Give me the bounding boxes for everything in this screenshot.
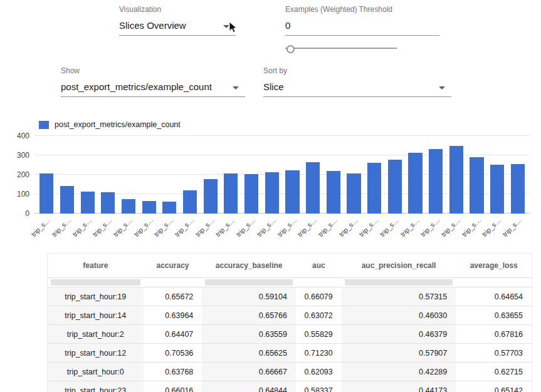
bar[interactable] xyxy=(122,199,135,214)
sort-by-value: Slice xyxy=(263,81,284,92)
slider-thumb[interactable] xyxy=(286,45,295,53)
feature-cell: trip_start_hour:12 xyxy=(48,344,144,362)
metric-cell: 0.58337 xyxy=(296,381,342,392)
bar[interactable] xyxy=(367,163,381,214)
show-dropdown[interactable]: post_export_metrics/example_count xyxy=(61,79,245,97)
bar[interactable] xyxy=(224,173,238,214)
feature-cell: trip_start_hour:23 xyxy=(48,381,144,392)
bar-column: trip_s… xyxy=(180,136,201,214)
bar[interactable] xyxy=(244,174,258,214)
bar[interactable] xyxy=(306,162,320,214)
y-tick-label: 300 xyxy=(2,151,29,160)
column-header-accuracy[interactable]: accuracy xyxy=(144,254,202,277)
column-header-auc_precision_recall[interactable]: auc_precision_recall xyxy=(342,254,456,277)
chevron-down-icon[interactable] xyxy=(233,86,239,90)
metric-cell: 0.46379 xyxy=(342,325,456,343)
visualization-dropdown[interactable]: Slices Overview xyxy=(119,18,236,36)
bar[interactable] xyxy=(511,164,525,214)
column-header-accuracy_baseline[interactable]: accuracy_baseline xyxy=(202,254,296,277)
metric-cell: 0.66667 xyxy=(202,363,296,381)
sort-by-dropdown[interactable]: Slice xyxy=(263,79,451,97)
metric-cell: 0.46030 xyxy=(342,306,456,324)
bar[interactable] xyxy=(408,153,422,214)
chevron-down-icon[interactable] xyxy=(439,86,445,90)
filter-input[interactable] xyxy=(345,279,453,286)
metric-cell: 0.64654 xyxy=(456,287,532,306)
bar[interactable] xyxy=(81,192,95,214)
bar[interactable] xyxy=(388,160,402,214)
x-tick-label: trip_s… xyxy=(71,216,93,238)
x-tick-label: trip_s… xyxy=(501,216,523,238)
y-tick-label: 100 xyxy=(2,190,29,199)
x-tick-label: trip_s… xyxy=(317,216,339,238)
bar[interactable] xyxy=(101,192,115,214)
bar-column: trip_s… xyxy=(344,136,364,214)
metric-cell: 0.55829 xyxy=(296,325,342,343)
bar[interactable] xyxy=(327,171,340,214)
bar-column: trip_s… xyxy=(200,136,221,214)
table-body: trip_start_hour:190.656720.591040.660790… xyxy=(48,287,532,392)
column-header-average_loss[interactable]: average_loss xyxy=(456,254,532,277)
y-tick-label: 200 xyxy=(2,170,29,179)
slicing-metrics-view: Visualization Slices Overview Examples (… xyxy=(0,0,541,392)
column-header-auc[interactable]: auc xyxy=(296,254,342,277)
metric-cell: 0.70536 xyxy=(144,344,202,362)
plot-area: trip_s…trip_s…trip_s…trip_s…trip_s…trip_… xyxy=(34,136,530,214)
bars: trip_s…trip_s…trip_s…trip_s…trip_s…trip_… xyxy=(34,136,530,214)
metric-cell: 0.63655 xyxy=(456,306,532,324)
visualization-control: Visualization Slices Overview xyxy=(119,5,236,36)
filter-cell xyxy=(202,278,296,287)
bar[interactable] xyxy=(39,173,53,214)
filter-cell xyxy=(48,278,144,287)
x-tick-label: trip_s… xyxy=(132,216,154,238)
bar-column: trip_s… xyxy=(384,136,405,214)
bar[interactable] xyxy=(449,146,463,214)
bar[interactable] xyxy=(285,170,299,214)
filter-cell xyxy=(342,278,456,287)
x-tick-label: trip_s… xyxy=(460,216,482,238)
x-tick-label: trip_s… xyxy=(50,216,72,238)
metric-cell: 0.63559 xyxy=(202,325,296,343)
bar[interactable] xyxy=(265,172,279,214)
bar-column: trip_s… xyxy=(221,136,241,214)
threshold-slider[interactable] xyxy=(285,44,397,53)
slider-track[interactable] xyxy=(285,48,397,49)
bar-column: trip_s… xyxy=(466,136,487,214)
metric-cell: 0.66079 xyxy=(296,287,342,306)
feature-cell: trip_start_hour:0 xyxy=(48,363,144,381)
table-row: trip_start_hour:20.644070.635590.558290.… xyxy=(48,324,532,343)
table-row: trip_start_hour:140.639640.657660.630720… xyxy=(48,306,532,324)
metric-cell: 0.64407 xyxy=(144,325,202,343)
bar[interactable] xyxy=(429,149,443,214)
threshold-input[interactable]: 0 xyxy=(285,18,439,36)
x-tick-label: trip_s… xyxy=(480,216,502,238)
sort-by-control: Sort by Slice xyxy=(263,66,451,97)
x-tick-label: trip_s… xyxy=(276,216,298,238)
filter-cell xyxy=(456,278,532,287)
filter-input[interactable] xyxy=(205,279,293,286)
filter-cell xyxy=(296,278,342,287)
bar[interactable] xyxy=(162,202,176,214)
threshold-value: 0 xyxy=(285,20,290,31)
bar[interactable] xyxy=(142,201,156,214)
metric-cell: 0.62715 xyxy=(456,363,532,381)
bar[interactable] xyxy=(204,179,218,214)
column-header-feature[interactable]: feature xyxy=(48,254,144,277)
bar-column: trip_s… xyxy=(57,136,78,214)
table-row: trip_start_hour:00.637680.666670.620930.… xyxy=(48,362,532,381)
bar[interactable] xyxy=(60,186,74,214)
bar-column: trip_s… xyxy=(303,136,323,214)
bar[interactable] xyxy=(183,190,197,214)
threshold-control: Examples (Weighted) Threshold 0 xyxy=(285,5,439,36)
metric-cell: 0.63072 xyxy=(296,306,342,324)
mouse-cursor-icon xyxy=(228,21,236,33)
bar[interactable] xyxy=(347,173,360,214)
bar-column: trip_s… xyxy=(323,136,344,214)
x-tick-label: trip_s… xyxy=(194,216,216,238)
bar-column: trip_s… xyxy=(77,136,98,214)
filter-input[interactable] xyxy=(51,279,140,286)
x-tick-label: trip_s… xyxy=(112,216,134,238)
bar[interactable] xyxy=(470,157,483,214)
bar[interactable] xyxy=(490,165,504,214)
metric-cell: 0.57907 xyxy=(342,344,456,362)
